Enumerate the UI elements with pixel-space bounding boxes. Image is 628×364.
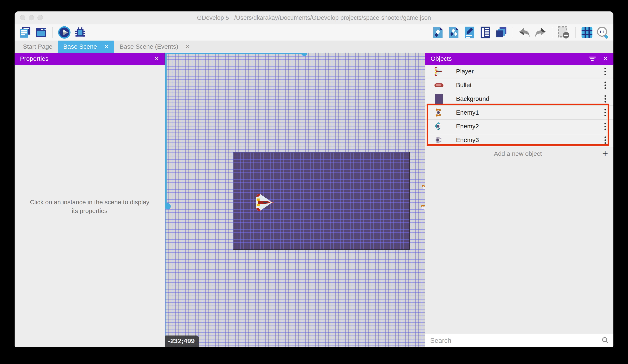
toolbar-left-group: [18, 26, 87, 39]
object-name: Enemy1: [456, 109, 603, 116]
minimize-window-button[interactable]: [29, 15, 34, 20]
object-menu-icon[interactable]: [603, 108, 607, 118]
horizontal-scrollbar-thumb[interactable]: [301, 53, 307, 56]
zoom-ratio-label: 1:1: [599, 30, 605, 34]
plus-icon[interactable]: +: [602, 149, 608, 158]
horizontal-scrollbar-track[interactable]: [165, 53, 304, 54]
tab-label: Start Page: [23, 43, 53, 50]
enemy1-thumbnail-icon: [434, 107, 444, 118]
object-menu-icon[interactable]: [603, 135, 607, 145]
play-preview-icon[interactable]: [58, 26, 71, 39]
tab-close-icon[interactable]: ✕: [104, 43, 109, 50]
tab-label: Base Scene (Events): [120, 43, 178, 50]
hide-instances-icon[interactable]: [557, 26, 570, 39]
grid-icon[interactable]: [580, 26, 594, 39]
project-manager-icon[interactable]: [18, 26, 32, 39]
tab-base-scene-events[interactable]: Base Scene (Events) ✕: [114, 41, 195, 53]
player-instance[interactable]: [254, 193, 274, 211]
object-name: Bullet: [456, 81, 603, 89]
bullet-thumbnail-icon: [434, 80, 444, 90]
close-window-button[interactable]: [20, 15, 25, 20]
partial-enemy-instance[interactable]: [420, 205, 425, 211]
window-title: GDevelop 5 - /Users/dkarakay/Documents/G…: [197, 14, 431, 21]
search-icon[interactable]: [601, 336, 609, 345]
app-window: GDevelop 5 - /Users/dkarakay/Documents/G…: [14, 11, 614, 347]
toolbar-divider: [513, 27, 513, 38]
cursor-coordinates-badge: -232;499: [165, 336, 199, 347]
redo-icon[interactable]: [534, 26, 547, 39]
add-object-label: Add a new object: [434, 150, 602, 157]
object-name: Player: [456, 68, 603, 75]
object-row-player[interactable]: Player: [425, 65, 614, 78]
toolbar-divider: [53, 27, 53, 38]
undo-icon[interactable]: [518, 26, 531, 39]
filter-icon[interactable]: [589, 56, 596, 61]
properties-empty-message: Click on an instance in the scene to dis…: [28, 198, 151, 215]
tab-label: Base Scene: [63, 43, 97, 50]
main-toolbar: 1:1: [14, 24, 614, 41]
object-row-enemy2[interactable]: Enemy2: [425, 120, 614, 133]
close-icon[interactable]: ✕: [603, 55, 608, 62]
objects-panel: Objects ✕: [425, 53, 614, 347]
vertical-scrollbar-track[interactable]: [165, 53, 166, 207]
toolbar-right-group: 1:1: [431, 26, 610, 39]
objects-editor-icon[interactable]: [431, 26, 445, 39]
vertical-scrollbar-thumb[interactable]: [165, 203, 171, 209]
title-bar: GDevelop 5 - /Users/dkarakay/Documents/G…: [14, 11, 614, 24]
instances-list-icon[interactable]: [478, 26, 492, 39]
player-thumbnail-icon: [434, 66, 444, 77]
properties-panel-title: Properties: [20, 55, 49, 62]
object-menu-icon[interactable]: [603, 80, 607, 90]
properties-panel-header: Properties ✕: [14, 53, 165, 65]
object-name: Enemy3: [456, 136, 603, 143]
object-menu-icon[interactable]: [603, 121, 607, 131]
properties-panel: Properties ✕ Click on an instance in the…: [14, 53, 165, 347]
objects-panel-title: Objects: [431, 55, 452, 62]
scene-editor-canvas[interactable]: -232;499: [165, 53, 425, 347]
vertical-scrollbar-track-faint: [165, 209, 166, 347]
object-menu-icon[interactable]: [603, 94, 607, 104]
maximize-window-button[interactable]: [37, 15, 43, 20]
tab-start-page[interactable]: Start Page: [17, 41, 58, 53]
properties-icon[interactable]: [463, 26, 476, 39]
objects-panel-header: Objects ✕: [425, 53, 614, 65]
enemy2-thumbnail-icon: [434, 121, 444, 132]
object-row-enemy3[interactable]: Enemy3: [425, 133, 614, 147]
layers-icon[interactable]: [494, 26, 508, 39]
search-input[interactable]: [430, 337, 601, 345]
main-area: Properties ✕ Click on an instance in the…: [14, 53, 614, 347]
tab-close-icon[interactable]: ✕: [185, 43, 190, 50]
debug-icon[interactable]: [73, 26, 87, 39]
tab-base-scene[interactable]: Base Scene ✕: [58, 41, 114, 53]
toolbar-divider: [552, 27, 552, 38]
editor-tab-bar: Start Page Base Scene ✕ Base Scene (Even…: [14, 41, 614, 53]
properties-panel-body: Click on an instance in the scene to dis…: [14, 65, 165, 347]
background-thumbnail-icon: [434, 93, 444, 104]
object-row-enemy1[interactable]: Enemy1: [425, 106, 614, 120]
partial-enemy-instance[interactable]: [421, 185, 425, 190]
object-name: Enemy2: [456, 123, 603, 130]
object-name: Background: [456, 95, 603, 102]
object-row-bullet[interactable]: Bullet: [425, 78, 614, 92]
enemy3-thumbnail-icon: [434, 135, 444, 145]
add-object-row[interactable]: Add a new object +: [425, 147, 614, 160]
object-menu-icon[interactable]: [603, 66, 607, 76]
close-icon[interactable]: ✕: [154, 55, 159, 62]
toolbar-divider: [575, 27, 575, 38]
objects-search-bar: [425, 334, 614, 347]
object-row-background[interactable]: Background: [425, 92, 614, 106]
object-groups-icon[interactable]: [447, 26, 461, 39]
zoom-one-to-one-icon[interactable]: 1:1: [596, 26, 610, 39]
start-page-icon[interactable]: [34, 26, 48, 39]
window-controls: [20, 15, 43, 20]
